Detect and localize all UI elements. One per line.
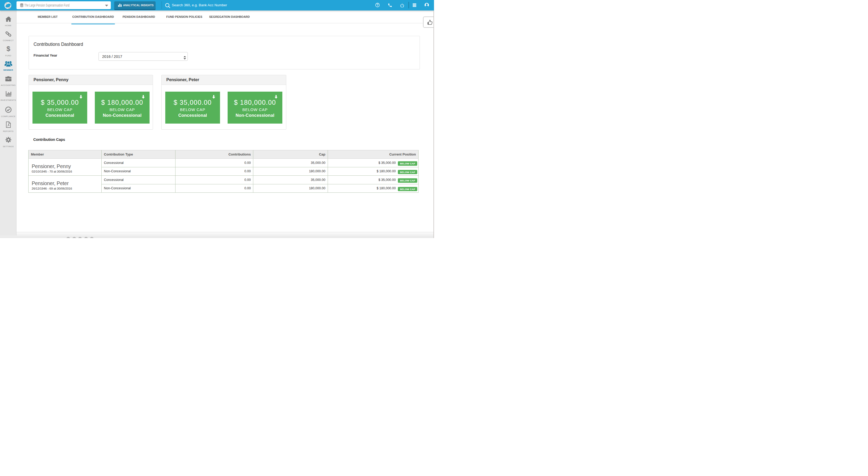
svg-text:$: $	[6, 45, 10, 52]
